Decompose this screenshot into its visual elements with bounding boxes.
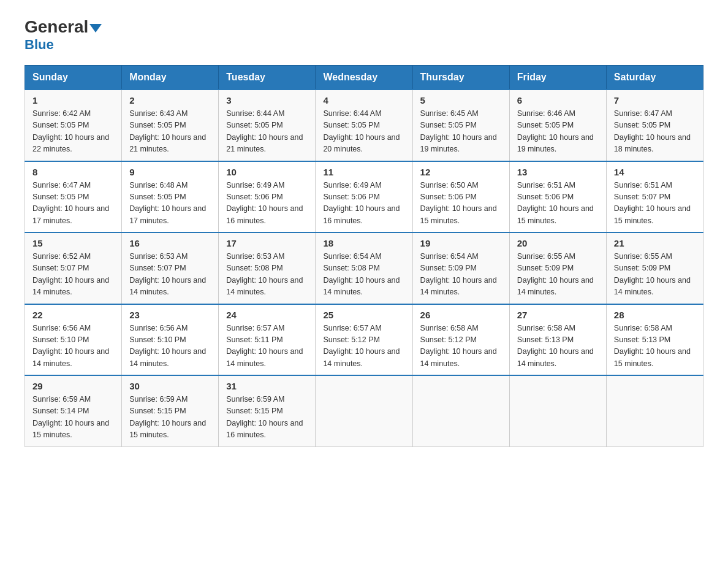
- calendar-day-cell: 30Sunrise: 6:59 AMSunset: 5:15 PMDayligh…: [122, 375, 219, 446]
- day-number: 22: [32, 310, 114, 320]
- day-number: 19: [420, 238, 502, 248]
- day-number: 5: [420, 95, 502, 105]
- day-number: 15: [32, 238, 114, 248]
- day-number: 20: [517, 238, 599, 248]
- day-info: Sunrise: 6:58 AMSunset: 5:13 PMDaylight:…: [614, 323, 696, 370]
- day-info: Sunrise: 6:54 AMSunset: 5:09 PMDaylight:…: [420, 251, 502, 299]
- calendar-day-cell: 16Sunrise: 6:53 AMSunset: 5:07 PMDayligh…: [122, 232, 219, 304]
- day-info: Sunrise: 6:47 AMSunset: 5:05 PMDaylight:…: [614, 108, 696, 156]
- calendar-day-cell: 2Sunrise: 6:43 AMSunset: 5:05 PMDaylight…: [122, 90, 219, 161]
- calendar-day-cell: 21Sunrise: 6:55 AMSunset: 5:09 PMDayligh…: [606, 232, 703, 304]
- calendar-empty-cell: [509, 375, 606, 446]
- page-header: General Blue: [25, 18, 703, 53]
- calendar-day-cell: 25Sunrise: 6:57 AMSunset: 5:12 PMDayligh…: [316, 304, 412, 376]
- day-info: Sunrise: 6:50 AMSunset: 5:06 PMDaylight:…: [420, 180, 502, 228]
- day-info: Sunrise: 6:44 AMSunset: 5:05 PMDaylight:…: [226, 108, 308, 156]
- day-number: 13: [517, 167, 599, 177]
- day-number: 2: [129, 95, 211, 105]
- calendar-day-cell: 27Sunrise: 6:58 AMSunset: 5:13 PMDayligh…: [509, 304, 606, 376]
- day-info: Sunrise: 6:56 AMSunset: 5:10 PMDaylight:…: [32, 323, 114, 370]
- calendar-day-cell: 5Sunrise: 6:45 AMSunset: 5:05 PMDaylight…: [412, 90, 509, 161]
- calendar-header-row: SundayMondayTuesdayWednesdayThursdayFrid…: [25, 66, 703, 90]
- day-number: 10: [226, 167, 308, 177]
- weekday-header-sunday: Sunday: [25, 66, 122, 90]
- day-info: Sunrise: 6:46 AMSunset: 5:05 PMDaylight:…: [517, 108, 599, 156]
- day-info: Sunrise: 6:59 AMSunset: 5:15 PMDaylight:…: [226, 394, 308, 442]
- day-info: Sunrise: 6:54 AMSunset: 5:08 PMDaylight:…: [323, 251, 404, 299]
- calendar-day-cell: 19Sunrise: 6:54 AMSunset: 5:09 PMDayligh…: [412, 232, 509, 304]
- calendar-day-cell: 13Sunrise: 6:51 AMSunset: 5:06 PMDayligh…: [509, 161, 606, 233]
- day-info: Sunrise: 6:55 AMSunset: 5:09 PMDaylight:…: [517, 251, 599, 299]
- calendar-empty-cell: [606, 375, 703, 446]
- day-info: Sunrise: 6:59 AMSunset: 5:14 PMDaylight:…: [32, 394, 114, 442]
- calendar-day-cell: 10Sunrise: 6:49 AMSunset: 5:06 PMDayligh…: [219, 161, 316, 233]
- calendar-day-cell: 15Sunrise: 6:52 AMSunset: 5:07 PMDayligh…: [25, 232, 122, 304]
- weekday-header-friday: Friday: [509, 66, 606, 90]
- calendar-week-row: 22Sunrise: 6:56 AMSunset: 5:10 PMDayligh…: [25, 304, 703, 376]
- day-info: Sunrise: 6:47 AMSunset: 5:05 PMDaylight:…: [32, 180, 114, 228]
- calendar-day-cell: 26Sunrise: 6:58 AMSunset: 5:12 PMDayligh…: [412, 304, 509, 376]
- calendar-week-row: 8Sunrise: 6:47 AMSunset: 5:05 PMDaylight…: [25, 161, 703, 233]
- day-number: 28: [614, 310, 696, 320]
- day-info: Sunrise: 6:51 AMSunset: 5:06 PMDaylight:…: [517, 180, 599, 228]
- weekday-header-wednesday: Wednesday: [316, 66, 412, 90]
- day-number: 4: [323, 95, 404, 105]
- calendar-day-cell: 12Sunrise: 6:50 AMSunset: 5:06 PMDayligh…: [412, 161, 509, 233]
- day-info: Sunrise: 6:48 AMSunset: 5:05 PMDaylight:…: [129, 180, 211, 228]
- calendar-week-row: 1Sunrise: 6:42 AMSunset: 5:05 PMDaylight…: [25, 90, 703, 161]
- day-info: Sunrise: 6:45 AMSunset: 5:05 PMDaylight:…: [420, 108, 502, 156]
- weekday-header-thursday: Thursday: [412, 66, 509, 90]
- calendar-day-cell: 4Sunrise: 6:44 AMSunset: 5:05 PMDaylight…: [316, 90, 412, 161]
- day-number: 23: [129, 310, 211, 320]
- day-number: 3: [226, 95, 308, 105]
- day-number: 16: [129, 238, 211, 248]
- calendar-day-cell: 6Sunrise: 6:46 AMSunset: 5:05 PMDaylight…: [509, 90, 606, 161]
- day-number: 11: [323, 167, 404, 177]
- weekday-header-tuesday: Tuesday: [219, 66, 316, 90]
- calendar-day-cell: 7Sunrise: 6:47 AMSunset: 5:05 PMDaylight…: [606, 90, 703, 161]
- calendar-day-cell: 22Sunrise: 6:56 AMSunset: 5:10 PMDayligh…: [25, 304, 122, 376]
- calendar-empty-cell: [316, 375, 412, 446]
- day-number: 24: [226, 310, 308, 320]
- day-number: 21: [614, 238, 696, 248]
- day-info: Sunrise: 6:42 AMSunset: 5:05 PMDaylight:…: [32, 108, 114, 156]
- logo: General Blue: [25, 18, 102, 53]
- calendar-day-cell: 3Sunrise: 6:44 AMSunset: 5:05 PMDaylight…: [219, 90, 316, 161]
- day-number: 31: [226, 381, 308, 391]
- calendar-day-cell: 23Sunrise: 6:56 AMSunset: 5:10 PMDayligh…: [122, 304, 219, 376]
- day-info: Sunrise: 6:53 AMSunset: 5:08 PMDaylight:…: [226, 251, 308, 299]
- day-info: Sunrise: 6:53 AMSunset: 5:07 PMDaylight:…: [129, 251, 211, 299]
- calendar-day-cell: 14Sunrise: 6:51 AMSunset: 5:07 PMDayligh…: [606, 161, 703, 233]
- day-info: Sunrise: 6:55 AMSunset: 5:09 PMDaylight:…: [614, 251, 696, 299]
- day-number: 14: [614, 167, 696, 177]
- calendar-day-cell: 11Sunrise: 6:49 AMSunset: 5:06 PMDayligh…: [316, 161, 412, 233]
- day-number: 18: [323, 238, 404, 248]
- logo-subtext: Blue: [25, 37, 54, 53]
- logo-text: General: [25, 18, 102, 36]
- day-info: Sunrise: 6:52 AMSunset: 5:07 PMDaylight:…: [32, 251, 114, 299]
- day-number: 12: [420, 167, 502, 177]
- calendar-week-row: 29Sunrise: 6:59 AMSunset: 5:14 PMDayligh…: [25, 375, 703, 446]
- day-info: Sunrise: 6:49 AMSunset: 5:06 PMDaylight:…: [323, 180, 404, 228]
- day-number: 9: [129, 167, 211, 177]
- day-info: Sunrise: 6:58 AMSunset: 5:13 PMDaylight:…: [517, 323, 599, 370]
- calendar-day-cell: 17Sunrise: 6:53 AMSunset: 5:08 PMDayligh…: [219, 232, 316, 304]
- day-info: Sunrise: 6:58 AMSunset: 5:12 PMDaylight:…: [420, 323, 502, 370]
- day-info: Sunrise: 6:43 AMSunset: 5:05 PMDaylight:…: [129, 108, 211, 156]
- calendar-day-cell: 8Sunrise: 6:47 AMSunset: 5:05 PMDaylight…: [25, 161, 122, 233]
- calendar-day-cell: 29Sunrise: 6:59 AMSunset: 5:14 PMDayligh…: [25, 375, 122, 446]
- calendar-day-cell: 1Sunrise: 6:42 AMSunset: 5:05 PMDaylight…: [25, 90, 122, 161]
- day-info: Sunrise: 6:57 AMSunset: 5:11 PMDaylight:…: [226, 323, 308, 370]
- calendar-day-cell: 31Sunrise: 6:59 AMSunset: 5:15 PMDayligh…: [219, 375, 316, 446]
- logo-triangle-icon: [89, 24, 102, 33]
- day-number: 27: [517, 310, 599, 320]
- day-number: 29: [32, 381, 114, 391]
- weekday-header-monday: Monday: [122, 66, 219, 90]
- calendar-week-row: 15Sunrise: 6:52 AMSunset: 5:07 PMDayligh…: [25, 232, 703, 304]
- day-info: Sunrise: 6:51 AMSunset: 5:07 PMDaylight:…: [614, 180, 696, 228]
- day-info: Sunrise: 6:59 AMSunset: 5:15 PMDaylight:…: [129, 394, 211, 442]
- day-number: 6: [517, 95, 599, 105]
- day-info: Sunrise: 6:56 AMSunset: 5:10 PMDaylight:…: [129, 323, 211, 370]
- day-number: 25: [323, 310, 404, 320]
- calendar-day-cell: 9Sunrise: 6:48 AMSunset: 5:05 PMDaylight…: [122, 161, 219, 233]
